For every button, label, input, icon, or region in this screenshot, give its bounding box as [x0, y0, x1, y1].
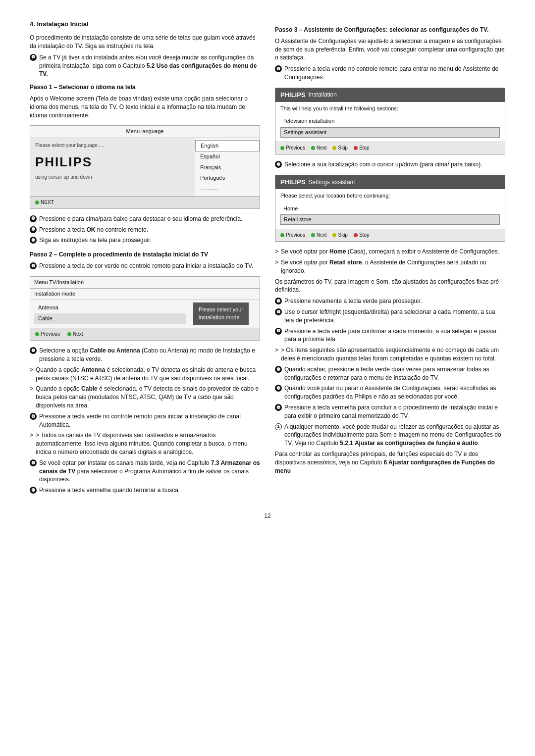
home-note: > Se você optar por Home (Casa), começar…	[275, 248, 505, 256]
previous-label: Previous	[41, 331, 60, 338]
next-button-install[interactable]: Next	[67, 331, 83, 338]
bullet-late: ❺	[30, 459, 37, 466]
control-note: Para controlar as configurações principa…	[275, 450, 505, 475]
settings-prompt: Please select your location before conti…	[280, 192, 500, 200]
circle-r8: ❽	[275, 404, 282, 411]
panel2-next[interactable]: Next	[311, 232, 327, 239]
next-label: NEXT	[41, 199, 54, 206]
menu-language-box: Menu language Please select your languag…	[30, 125, 260, 208]
change-item: 1 A qualquer momento, você pode mudar ou…	[275, 423, 505, 448]
circle-r4: ❹	[275, 308, 282, 315]
install-section2[interactable]: Settings assistant	[280, 127, 500, 138]
bullet-2: ❷	[30, 226, 37, 233]
green-dot-next	[67, 332, 71, 336]
philips-settings-header: PHILIPS Settings assistant	[275, 175, 505, 189]
step3-b1: ❶ Pressione a tecla verde no controle re…	[275, 65, 505, 82]
green-dot-p2prev	[280, 233, 284, 237]
circle-r6: ❻	[275, 366, 282, 373]
red-search-text: Pressione a tecla vermelha quando termin…	[39, 486, 180, 495]
auto-scan-note: > > Todos os canais de TV disponíveis sã…	[30, 431, 260, 456]
bullet-red: ❻	[30, 487, 37, 494]
panel2-previous[interactable]: Previous	[280, 232, 305, 239]
settings-home[interactable]: Home	[280, 204, 500, 213]
install-box: Menu TV/Installation Installation mode A…	[30, 276, 260, 341]
green-dot-icon	[35, 201, 39, 204]
panel1-next[interactable]: Next	[311, 145, 327, 151]
install-popup: Please select your installation mode.	[186, 302, 256, 325]
install-box-body: Antenna Cable Please select your install…	[30, 300, 260, 328]
bullet-ca: ❸	[30, 347, 37, 354]
lang-portugues[interactable]: Português	[195, 173, 260, 183]
antenna-note-text: Quando a opção Antenna é selecionada, o …	[36, 366, 260, 383]
arrow-r1: >	[275, 248, 278, 256]
step1-b3-text: Siga as instruções na tela para prossegu…	[39, 236, 152, 245]
install-mode-label: Installation mode	[30, 289, 260, 300]
arrow-1: >	[30, 366, 33, 374]
circle-r7: ❼	[275, 385, 282, 392]
philips-install-body: This will help you to install the follow…	[275, 102, 505, 142]
bullet-r2: ❷	[275, 161, 282, 168]
arrow-2: >	[30, 385, 33, 393]
settings-retail[interactable]: Retail store	[280, 214, 500, 225]
green-dot-p1next	[311, 146, 315, 150]
install-help-text: This will help you to install the follow…	[280, 105, 500, 112]
circle-r5: ❺	[275, 328, 282, 335]
bullet-circle-1: ❶	[30, 54, 37, 61]
lang-espanol[interactable]: Español	[195, 151, 260, 162]
sequence-note-text: > Os itens seguintes são apresentados se…	[281, 346, 505, 363]
auto-install-text: Pressione a tecla verde no controle remo…	[39, 412, 260, 429]
auto-install-item: ❹ Pressione a tecla verde no controle re…	[30, 412, 260, 429]
late-install-text: Se você optar por instalar os canais mai…	[39, 459, 260, 484]
panel2-stop[interactable]: Stop	[354, 232, 370, 239]
bullet-r4-text: Use o cursor left/right (esquerda/direit…	[284, 308, 505, 325]
page-number: 12	[30, 512, 505, 520]
philips-settings-panel: PHILIPS Settings assistant Please select…	[275, 175, 505, 242]
red-dot-p2stop	[354, 233, 358, 237]
arrow-r3: >	[275, 346, 278, 354]
install-section1: Television installation	[280, 116, 500, 126]
green-dot-p1prev	[280, 146, 284, 150]
green-dot-prev	[35, 332, 39, 336]
step2-press-text: Pressione a tecla de cor verde no contro…	[39, 262, 253, 270]
cable-option[interactable]: Cable	[34, 313, 186, 324]
change-text: A qualquer momento, você pode mudar ou r…	[284, 423, 505, 448]
previous-button[interactable]: Previous	[35, 331, 60, 338]
menu-language-right: English Español Français Português .....…	[195, 138, 260, 196]
menu-language-left: Please select your language..... PHILIPS…	[30, 138, 195, 196]
philips-brand-2: PHILIPS	[280, 178, 306, 187]
antenna-option[interactable]: Antenna	[34, 302, 186, 313]
auto-scan-text: > Todos os canais de TV disponíveis são …	[36, 431, 260, 456]
yellow-dot-p1skip	[332, 146, 336, 150]
skip-item: ❼ Quando você pular ou parar o Assistent…	[275, 384, 505, 401]
panel2-skip[interactable]: Skip	[332, 232, 347, 239]
step1-title: Passo 1 – Selecionar o idioma na tela	[30, 83, 260, 92]
panel1-previous[interactable]: Previous	[280, 145, 305, 151]
arrow-3: >	[30, 431, 33, 440]
circle-r3: ❸	[275, 298, 282, 304]
bullet-r5: ❺ Pressione a tecla verde para confirmar…	[275, 327, 505, 344]
philips-install-footer: Previous Next Skip Stop	[275, 142, 505, 154]
step3-b1-text: Pressione a tecla verde no controle remo…	[284, 65, 505, 82]
bullet-r3: ❸ Pressione novamente a tecla verde para…	[275, 297, 505, 305]
step3-b2-text: Selecione a sua localização com o cursor…	[284, 160, 482, 169]
philips-brand-1: PHILIPS	[280, 91, 306, 100]
philips-settings-subtitle: Settings assistant	[309, 178, 355, 187]
bullet-1: ❶	[30, 215, 37, 222]
bullet-r3-text: Pressione novamente a tecla verde para p…	[284, 297, 422, 305]
bullet-r4: ❹ Use o cursor left/right (esquerda/dire…	[275, 308, 505, 325]
philips-install-panel: PHILIPS Installation This will help you …	[275, 88, 505, 154]
next-button-footer[interactable]: NEXT	[35, 199, 54, 206]
lang-francais[interactable]: Français	[195, 162, 260, 173]
language-prompt: Please select your language.....	[35, 142, 190, 149]
home-note-text: Se você optar por Home (Casa), começará …	[281, 248, 499, 256]
left-column: 4. Instalação Inicial O procedimento de …	[30, 20, 260, 497]
cursor-hint: using cursor up and down	[35, 174, 190, 181]
menu-language-content: Please select your language..... PHILIPS…	[30, 138, 260, 196]
params-note: Os parâmetros do TV, para Imagem e Som, …	[275, 278, 505, 295]
step1-intro: Após o Welcome screen (Tela de boas vind…	[30, 95, 260, 119]
step1-b1: ❶ Pressione o para cima/para baixo para …	[30, 215, 260, 223]
panel1-stop[interactable]: Stop	[354, 145, 370, 151]
panel1-skip[interactable]: Skip	[332, 145, 347, 151]
lang-english[interactable]: English	[195, 140, 260, 151]
step3-b2: ❷ Selecione a sua localização com o curs…	[275, 160, 505, 169]
